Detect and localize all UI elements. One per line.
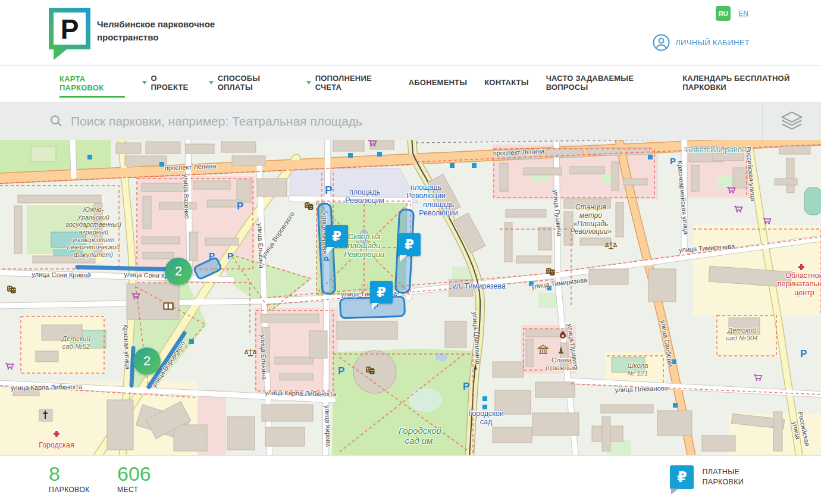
nav-contacts[interactable]: КОНТАКТЫ xyxy=(484,78,528,90)
map-legend: ₽ ПЛАТНЫЕ ПАРКОВКИ xyxy=(670,465,744,489)
nav-top-up[interactable]: ПОПОЛНЕНИЕ СЧЕТА xyxy=(306,74,391,95)
svg-text:P: P xyxy=(800,348,807,359)
logo-letter: P xyxy=(61,14,79,45)
parking-map[interactable]: P P P P P P P P P P проспект Ленина прос… xyxy=(0,140,821,455)
svg-text:P: P xyxy=(338,365,344,377)
page: P Челябинское парковочное пространство R… xyxy=(0,0,821,504)
nav-faq[interactable]: ЧАСТО ЗАДАВАЕМЫЕ ВОПРОСЫ xyxy=(546,74,665,95)
chevron-down-icon xyxy=(209,81,214,84)
svg-text:P: P xyxy=(209,251,215,261)
paid-parking-legend-label: ПЛАТНЫЕ ПАРКОВКИ xyxy=(702,465,744,487)
nav-free-parking-calendar[interactable]: КАЛЕНДАРЬ БЕСПЛАТНОЙ ПАРКОВКИ xyxy=(682,74,821,95)
stat-parkings-label: ПАРКОВОК xyxy=(49,486,90,494)
paid-parking-marker[interactable]: ₽ xyxy=(370,281,393,303)
map-canvas: P P P P P P P P P P проспект Ленина прос… xyxy=(0,140,821,455)
stat-parkings-value: 8 xyxy=(49,463,90,484)
search-icon xyxy=(50,115,62,127)
lang-ru-button[interactable]: RU xyxy=(716,6,731,21)
lang-en-link[interactable]: EN xyxy=(738,10,748,18)
hospital-icon xyxy=(797,263,806,271)
svg-text:P: P xyxy=(325,184,333,196)
main-nav: КАРТА ПАРКОВОК О ПРОЕКТЕ СПОСОБЫ ОПЛАТЫ … xyxy=(0,66,821,102)
search-bar xyxy=(0,102,821,140)
cinema-icon xyxy=(163,302,174,310)
parking-cluster-marker[interactable]: 2 xyxy=(165,258,192,285)
paid-parking-legend-icon: ₽ xyxy=(670,465,694,489)
parking-cluster-marker[interactable]: 2 xyxy=(133,348,161,375)
svg-text:P: P xyxy=(237,201,243,212)
chevron-down-icon xyxy=(142,81,147,84)
nav-season-tickets[interactable]: АБОНЕМЕНТЫ xyxy=(409,78,467,90)
svg-text:P: P xyxy=(463,381,469,392)
svg-text:P: P xyxy=(227,251,233,261)
map-layers-button[interactable] xyxy=(763,102,821,140)
stat-places: 606 МЕСТ xyxy=(117,463,151,494)
nav-payment-methods[interactable]: СПОСОБЫ ОПЛАТЫ xyxy=(209,74,289,95)
stat-parkings: 8 ПАРКОВОК xyxy=(49,463,90,494)
site-title: Челябинское парковочное пространство xyxy=(97,18,215,44)
stat-places-label: МЕСТ xyxy=(117,486,151,494)
paid-parking-marker[interactable]: ₽ xyxy=(398,233,421,256)
nav-about[interactable]: О ПРОЕКТЕ xyxy=(142,74,192,95)
site-logo[interactable]: P xyxy=(49,8,90,60)
svg-text:P: P xyxy=(670,156,676,166)
layers-icon xyxy=(780,111,804,132)
personal-account-label: ЛИЧНЫЙ КАБИНЕТ xyxy=(675,38,750,47)
language-switcher: RU EN xyxy=(716,6,748,21)
user-icon xyxy=(653,34,670,51)
search-input[interactable] xyxy=(70,114,762,129)
header: P Челябинское парковочное пространство R… xyxy=(0,0,821,66)
chevron-down-icon xyxy=(306,81,311,84)
footer: 8 ПАРКОВОК 606 МЕСТ ₽ ПЛАТНЫЕ ПАРКОВКИ xyxy=(0,455,821,504)
hospital-icon xyxy=(52,430,61,438)
personal-account-link[interactable]: ЛИЧНЫЙ КАБИНЕТ xyxy=(653,34,750,51)
svg-text:P: P xyxy=(323,256,331,261)
map-svg: P P P P P P P P P P xyxy=(0,140,821,455)
stat-places-value: 606 xyxy=(117,463,151,484)
nav-parking-map[interactable]: КАРТА ПАРКОВОК xyxy=(59,74,125,98)
paid-parking-marker[interactable]: ₽ xyxy=(325,225,348,248)
